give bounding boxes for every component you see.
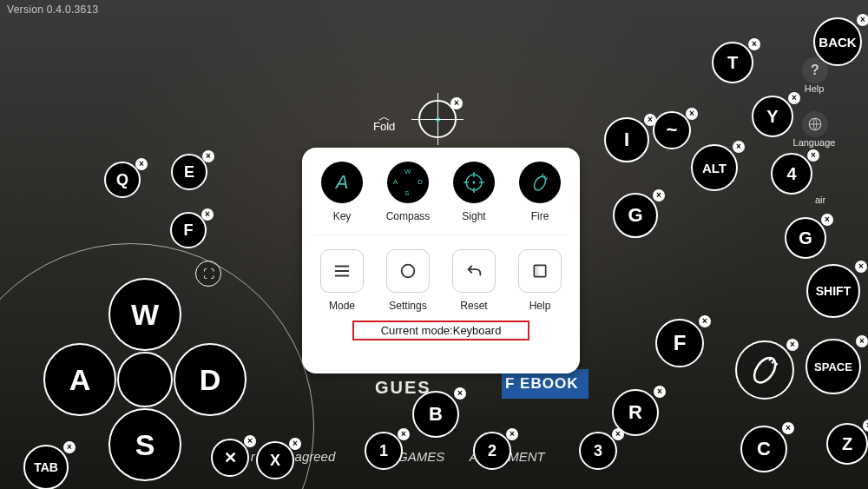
fold-label: Fold (373, 120, 395, 133)
svg-point-7 (473, 182, 476, 184)
chevron-up-icon: ︿ (373, 113, 395, 120)
language-bg-label: Language (788, 137, 840, 148)
close-icon[interactable]: × (863, 420, 868, 432)
sight-icon (453, 162, 495, 203)
key-b[interactable]: B (412, 391, 459, 438)
panel-item-mode[interactable]: Mode (314, 249, 370, 312)
facebook-bg-text: F EBOOK (505, 375, 578, 393)
svg-rect-11 (534, 265, 538, 276)
close-icon[interactable]: × (788, 92, 800, 104)
key-alt[interactable]: ALT (691, 144, 738, 191)
key-z[interactable]: Z (826, 423, 868, 465)
close-icon[interactable]: × (733, 141, 745, 153)
svg-point-8 (532, 175, 548, 192)
mode-icon (320, 249, 364, 293)
panel-item-key[interactable]: A Key (314, 162, 370, 222)
panel-label: Fire (531, 210, 549, 222)
panel-label: Mode (329, 300, 355, 312)
settings-icon (386, 249, 430, 293)
key-y[interactable]: Y (752, 96, 793, 137)
close-icon[interactable]: × (686, 108, 698, 120)
key-icon: A (321, 162, 363, 203)
key-space[interactable]: SPACE (806, 339, 861, 394)
panel-item-settings[interactable]: Settings (380, 249, 436, 312)
panel-item-help[interactable]: Help (512, 249, 568, 312)
current-mode: Current mode:Keyboard (352, 320, 529, 340)
close-icon[interactable]: × (506, 428, 518, 440)
dpad-center (117, 352, 173, 407)
panel-row-1: A Key W S A D Compass Sight (302, 148, 580, 222)
key-tilde[interactable]: ~ (653, 111, 691, 149)
panel-item-sight[interactable]: Sight (446, 162, 502, 222)
key-xcircle[interactable]: ✕ (211, 439, 249, 477)
panel-label: Reset (460, 300, 487, 312)
close-icon[interactable]: × (821, 214, 833, 226)
key-q[interactable]: Q (104, 162, 141, 198)
key-e[interactable]: E (171, 154, 207, 190)
key-shift[interactable]: SHIFT (806, 264, 860, 318)
air-bg-label: air (794, 195, 846, 205)
close-icon[interactable]: × (398, 428, 410, 440)
dpad-left[interactable]: A (43, 343, 116, 416)
panel-item-fire[interactable]: Fire (512, 162, 568, 222)
close-icon[interactable]: × (135, 158, 148, 170)
panel-item-reset[interactable]: Reset (446, 249, 502, 312)
close-icon[interactable]: × (653, 189, 665, 202)
key-tab[interactable]: TAB (23, 445, 69, 489)
key-2[interactable]: 2 (473, 432, 511, 470)
keymap-panel: A Key W S A D Compass Sight (302, 148, 580, 373)
close-icon[interactable]: × (855, 261, 867, 273)
close-icon[interactable]: × (856, 335, 868, 347)
close-icon[interactable]: × (201, 208, 214, 221)
close-icon[interactable]: × (782, 422, 794, 434)
svg-point-9 (402, 265, 415, 278)
dpad-right[interactable]: D (174, 343, 247, 416)
close-icon[interactable]: × (612, 428, 624, 440)
key-g2[interactable]: G (785, 217, 826, 259)
key-f2[interactable]: F (655, 319, 704, 367)
dpad-up[interactable]: W (108, 278, 181, 351)
close-icon[interactable]: × (244, 435, 256, 447)
key-x[interactable]: X (256, 441, 294, 479)
key-back[interactable]: BACK (813, 17, 862, 66)
close-icon[interactable]: × (289, 438, 301, 450)
key-c[interactable]: C (740, 426, 787, 472)
panel-label: Settings (389, 300, 426, 312)
help-icon (518, 249, 562, 293)
panel-item-compass[interactable]: W S A D Compass (380, 162, 436, 222)
language-bg-icon (802, 111, 828, 137)
key-f[interactable]: F (170, 212, 207, 248)
close-icon[interactable]: × (63, 441, 76, 453)
version-text: Version 0.4.0.3613 (7, 3, 98, 16)
panel-label: Compass (386, 210, 431, 222)
reset-icon (452, 249, 496, 293)
close-icon[interactable]: × (654, 386, 666, 398)
fold-button[interactable]: ︿ Fold (373, 113, 395, 133)
close-icon[interactable]: × (786, 339, 799, 351)
svg-point-1 (750, 354, 779, 386)
panel-label: Sight (462, 210, 485, 222)
key-t[interactable]: T (712, 42, 753, 83)
close-icon[interactable]: × (857, 14, 868, 26)
key-3[interactable]: 3 (579, 432, 617, 470)
key-i[interactable]: I (604, 117, 649, 162)
key-g1[interactable]: G (613, 193, 658, 238)
close-icon[interactable]: × (748, 38, 760, 50)
panel-label: Help (529, 300, 551, 312)
key-1[interactable]: 1 (365, 432, 403, 470)
panel-row-2: Mode Settings Reset Help (302, 235, 580, 312)
key-4[interactable]: 4 (771, 153, 812, 195)
compass-icon: W S A D (387, 162, 429, 203)
fire-indicator[interactable] (735, 340, 794, 400)
close-icon[interactable]: × (202, 150, 214, 162)
close-icon[interactable]: × (699, 315, 711, 327)
close-icon[interactable]: × (454, 387, 466, 400)
panel-label: Key (333, 210, 352, 222)
fire-icon (519, 162, 561, 203)
close-icon[interactable]: × (807, 149, 819, 162)
dpad-down[interactable]: S (108, 408, 181, 481)
close-icon[interactable]: × (450, 97, 463, 109)
